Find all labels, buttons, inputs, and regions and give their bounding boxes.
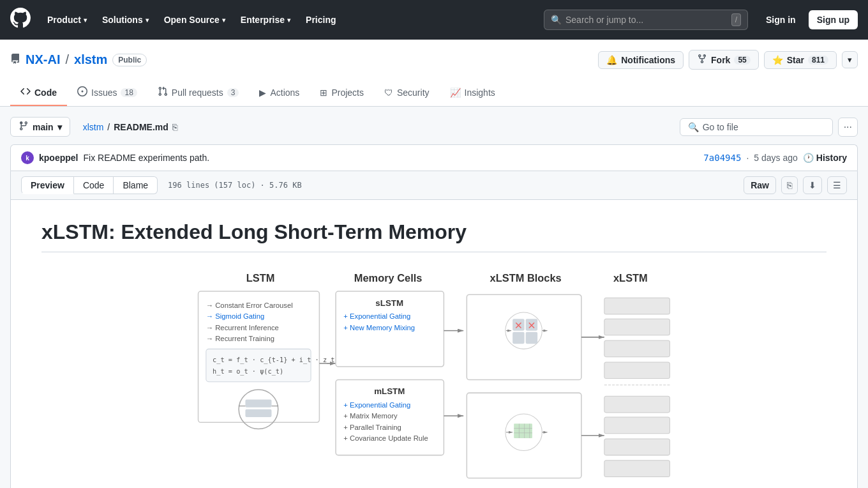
commit-dot: · xyxy=(746,153,749,163)
file-path-bar: main ▾ xlstm / README.md ⎘ 🔍 Go to file … xyxy=(10,117,858,137)
tab-issues[interactable]: Issues 18 xyxy=(67,80,147,106)
github-logo[interactable] xyxy=(10,8,31,32)
tab-projects[interactable]: ⊞ Projects xyxy=(310,80,374,106)
topnav-pricing-label: Pricing xyxy=(306,15,336,25)
svg-rect-35 xyxy=(526,332,537,344)
signin-button[interactable]: Sign in xyxy=(758,11,804,29)
svg-text:+ New Memory Mixing: + New Memory Mixing xyxy=(343,324,415,332)
svg-rect-59 xyxy=(604,417,670,434)
tab-actions[interactable]: ▶ Actions xyxy=(249,80,310,106)
preview-tab[interactable]: Preview xyxy=(21,176,74,194)
tab-actions-label: Actions xyxy=(270,88,299,98)
search-bar[interactable]: 🔍 Search or jump to... / xyxy=(544,10,748,30)
chevron-down-icon: ▾ xyxy=(146,17,149,24)
security-icon: 🛡 xyxy=(384,88,393,98)
prs-badge: 3 xyxy=(227,88,239,97)
repo-owner-link[interactable]: NX-AI xyxy=(26,52,60,67)
goto-file-input[interactable]: 🔍 Go to file xyxy=(680,118,833,136)
repo-header: NX-AI / xlstm Public 🔔 Notifications For… xyxy=(0,40,868,107)
tab-code[interactable]: Code xyxy=(10,80,67,106)
breadcrumb-file: README.md xyxy=(114,122,168,132)
svg-text:+ Exponential Gating: + Exponential Gating xyxy=(343,401,410,409)
topnav-opensource[interactable]: Open Source ▾ xyxy=(158,11,232,29)
topnav-pricing[interactable]: Pricing xyxy=(299,11,342,29)
branch-selector[interactable]: main ▾ xyxy=(10,117,70,137)
notifications-button[interactable]: 🔔 Notifications xyxy=(598,51,684,69)
file-toolbar: Preview Code Blame 196 lines (157 loc) ·… xyxy=(11,171,857,200)
topnav-enterprise[interactable]: Enterprise ▾ xyxy=(234,11,297,29)
svg-text:→ Recurrent Inference: → Recurrent Inference xyxy=(206,324,279,332)
notifications-label: Notifications xyxy=(621,55,675,65)
star-icon: ⭐ xyxy=(772,55,783,65)
svg-text:→ Sigmoid Gating: → Sigmoid Gating xyxy=(206,312,264,320)
svg-text:+ Matrix Memory: + Matrix Memory xyxy=(343,412,398,420)
file-toolbar-right: Raw ⎘ ⬇ ☰ xyxy=(744,176,847,194)
repo-name-link[interactable]: xlstm xyxy=(74,52,107,67)
fork-icon xyxy=(697,54,707,66)
tab-issues-label: Issues xyxy=(91,88,117,98)
code-icon xyxy=(20,86,31,98)
copy-file-button[interactable]: ⎘ xyxy=(781,176,798,194)
file-breadcrumb: xlstm / README.md ⎘ xyxy=(75,122,177,132)
breadcrumb-repo-link[interactable]: xlstm xyxy=(83,122,104,132)
raw-button[interactable]: Raw xyxy=(744,176,776,194)
insights-icon: 📈 xyxy=(450,88,461,98)
repo-icon xyxy=(10,54,20,66)
file-area: main ▾ xlstm / README.md ⎘ 🔍 Go to file … xyxy=(0,107,868,488)
copy-path-icon[interactable]: ⎘ xyxy=(172,122,177,132)
avatar: k xyxy=(21,151,34,164)
issues-badge: 18 xyxy=(121,88,137,97)
history-link[interactable]: 🕐 History xyxy=(803,153,847,163)
tab-insights[interactable]: 📈 Insights xyxy=(440,80,505,106)
top-navigation: Product ▾ Solutions ▾ Open Source ▾ Ente… xyxy=(0,0,868,40)
svg-text:→ Constant Error Carousel: → Constant Error Carousel xyxy=(206,301,293,309)
fork-label: Fork xyxy=(711,55,730,65)
svg-rect-9 xyxy=(206,349,311,381)
tab-code-label: Code xyxy=(34,88,57,98)
breadcrumb-separator: / xyxy=(107,122,110,132)
topnav-solutions[interactable]: Solutions ▾ xyxy=(96,11,155,29)
svg-text:→ Recurrent Training: → Recurrent Training xyxy=(206,335,274,342)
list-view-button[interactable]: ☰ xyxy=(827,176,847,194)
svg-text:+ Exponential Gating: + Exponential Gating xyxy=(343,312,410,320)
svg-rect-58 xyxy=(604,396,670,413)
more-options-button[interactable]: ··· xyxy=(838,118,858,137)
file-view-tabs: Preview Code Blame xyxy=(21,176,158,194)
signup-button[interactable]: Sign up xyxy=(809,10,858,29)
commit-sha[interactable]: 7a04945 xyxy=(703,153,741,163)
blame-tab[interactable]: Blame xyxy=(114,176,158,194)
tab-insights-label: Insights xyxy=(465,88,495,98)
chevron-down-icon: ▾ xyxy=(287,17,290,24)
readme-title: xLSTM: Extended Long Short-Term Memory xyxy=(41,220,827,252)
tab-security[interactable]: 🛡 Security xyxy=(374,80,440,106)
svg-text:c_t = f_t · c_{t-1} + i_t · z_: c_t = f_t · c_{t-1} + i_t · z_t xyxy=(213,356,334,364)
svg-rect-14 xyxy=(245,409,271,417)
commit-author[interactable]: kpoeppel xyxy=(39,153,78,163)
download-button[interactable]: ⬇ xyxy=(803,176,822,194)
goto-placeholder: Go to file xyxy=(703,122,738,132)
branch-icon xyxy=(19,121,29,133)
repo-separator: / xyxy=(65,52,69,67)
tab-pullrequests[interactable]: Pull requests 3 xyxy=(147,80,250,106)
commit-info-left: k kpoeppel Fix README experiments path. xyxy=(21,151,209,164)
topnav-items: Product ▾ Solutions ▾ Open Source ▾ Ente… xyxy=(41,11,343,29)
svg-rect-54 xyxy=(604,298,670,314)
code-tab[interactable]: Code xyxy=(74,176,114,194)
add-action-button[interactable]: ▾ xyxy=(842,51,858,68)
file-path-right: 🔍 Go to file ··· xyxy=(680,118,858,137)
fork-count: 55 xyxy=(734,56,750,65)
svg-rect-60 xyxy=(604,439,670,455)
svg-text:+ Covariance Update Rule: + Covariance Update Rule xyxy=(343,434,428,442)
svg-rect-57 xyxy=(604,362,670,379)
pr-icon xyxy=(158,86,168,98)
visibility-badge: Public xyxy=(112,54,147,66)
topnav-product-label: Product xyxy=(47,15,81,25)
topnav-product[interactable]: Product ▾ xyxy=(41,11,93,29)
commit-info-right: 7a04945 · 5 days ago 🕐 History xyxy=(703,153,847,163)
svg-text:+ Parallel Training: + Parallel Training xyxy=(343,423,401,431)
fork-button[interactable]: Fork 55 xyxy=(689,50,759,70)
svg-text:xLSTM Blocks: xLSTM Blocks xyxy=(490,272,562,284)
search-icon: 🔍 xyxy=(551,15,562,25)
star-button[interactable]: ⭐ Star 811 xyxy=(764,51,837,69)
diagram-svg: LSTM Memory Cells xLSTM Blocks xLSTM → C… xyxy=(185,265,683,488)
